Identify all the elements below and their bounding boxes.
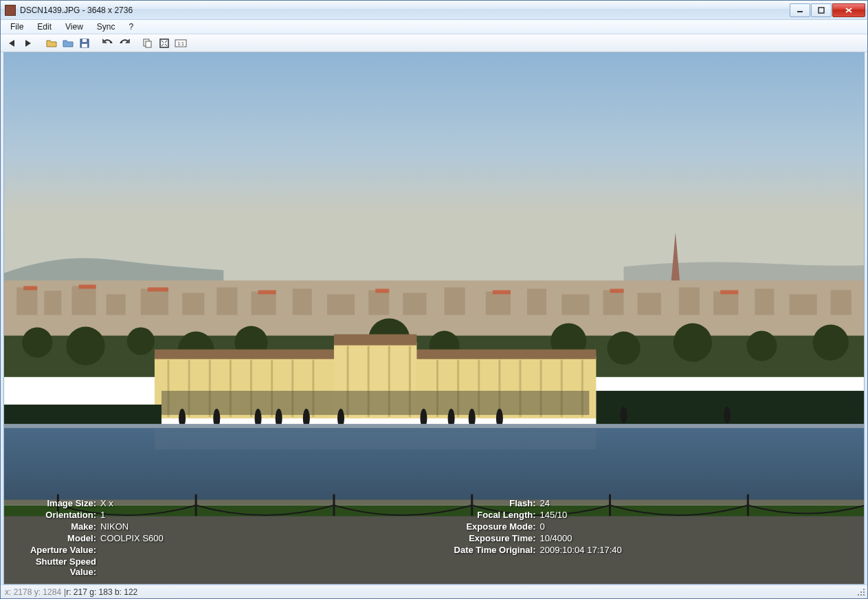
svg-point-60 bbox=[813, 325, 849, 361]
svg-rect-17 bbox=[16, 287, 37, 315]
minimize-icon bbox=[797, 7, 803, 14]
svg-rect-28 bbox=[403, 293, 426, 315]
close-icon bbox=[845, 7, 853, 14]
svg-rect-118 bbox=[863, 594, 865, 596]
maximize-button[interactable] bbox=[811, 3, 832, 17]
svg-rect-24 bbox=[251, 291, 276, 315]
menubar: File Edit View Sync ? bbox=[1, 20, 867, 34]
window-title: DSCN1439.JPG - 3648 x 2736 bbox=[20, 5, 133, 15]
app-icon bbox=[5, 5, 16, 16]
svg-point-98 bbox=[621, 407, 627, 423]
resize-grip-icon[interactable] bbox=[858, 589, 866, 597]
svg-rect-7 bbox=[82, 39, 87, 42]
status-coords: x: 2178 y: 1284 bbox=[5, 587, 61, 597]
svg-point-59 bbox=[746, 331, 777, 361]
menu-edit[interactable]: Edit bbox=[30, 21, 58, 33]
svg-rect-116 bbox=[858, 594, 859, 596]
close-button[interactable] bbox=[832, 3, 865, 17]
svg-marker-4 bbox=[9, 40, 14, 47]
image-viewport[interactable]: Image Size:X xOrientation:1Make:NIKONMod… bbox=[3, 52, 865, 585]
svg-rect-1 bbox=[819, 8, 824, 13]
svg-rect-85 bbox=[162, 391, 589, 415]
svg-rect-25 bbox=[293, 289, 312, 315]
statusbar: x: 2178 y: 1284 | r: 217 g: 183 b: 122 bbox=[1, 585, 867, 598]
svg-rect-46 bbox=[610, 289, 623, 293]
svg-rect-22 bbox=[182, 293, 204, 315]
svg-rect-101 bbox=[4, 424, 864, 428]
actual-size-button[interactable]: 1:1 bbox=[174, 36, 188, 50]
svg-rect-44 bbox=[375, 289, 389, 293]
svg-rect-41 bbox=[78, 284, 96, 289]
svg-rect-19 bbox=[71, 286, 96, 315]
arrow-right-icon bbox=[23, 38, 33, 48]
undo-button[interactable] bbox=[101, 36, 115, 50]
svg-rect-113 bbox=[863, 589, 865, 590]
toolbar: 1:1 bbox=[1, 34, 867, 52]
menu-help[interactable]: ? bbox=[122, 21, 141, 33]
next-button[interactable] bbox=[21, 36, 35, 50]
redo-icon bbox=[119, 38, 130, 48]
app-window: DSCN1439.JPG - 3648 x 2736 File Edit Vie… bbox=[0, 0, 868, 599]
svg-rect-115 bbox=[863, 591, 865, 593]
svg-rect-102 bbox=[155, 429, 596, 449]
window-controls bbox=[790, 3, 866, 17]
svg-rect-35 bbox=[679, 287, 700, 315]
fullscreen-button[interactable] bbox=[157, 36, 171, 50]
svg-rect-20 bbox=[107, 294, 126, 315]
prev-button[interactable] bbox=[5, 36, 19, 50]
svg-text:1:1: 1:1 bbox=[177, 41, 184, 46]
svg-rect-103 bbox=[4, 500, 864, 506]
maximize-icon bbox=[818, 7, 825, 14]
svg-rect-10 bbox=[146, 41, 151, 47]
folder-open-icon bbox=[46, 38, 57, 48]
svg-point-51 bbox=[127, 328, 155, 355]
svg-rect-64 bbox=[334, 335, 416, 346]
svg-marker-5 bbox=[25, 40, 31, 47]
folder-icon bbox=[63, 38, 74, 48]
svg-point-57 bbox=[607, 332, 640, 365]
svg-rect-21 bbox=[141, 289, 168, 315]
photo-content bbox=[4, 53, 864, 584]
redo-button[interactable] bbox=[118, 36, 131, 50]
svg-rect-114 bbox=[860, 591, 862, 593]
one-to-one-icon: 1:1 bbox=[175, 38, 187, 48]
svg-rect-11 bbox=[160, 39, 168, 47]
svg-point-49 bbox=[22, 328, 52, 358]
open-file-button[interactable] bbox=[45, 36, 58, 50]
svg-point-50 bbox=[66, 327, 104, 365]
svg-rect-87 bbox=[4, 405, 162, 425]
svg-rect-32 bbox=[561, 294, 589, 315]
menu-sync[interactable]: Sync bbox=[90, 21, 122, 33]
svg-rect-29 bbox=[445, 287, 465, 315]
svg-rect-34 bbox=[638, 293, 661, 315]
svg-rect-112 bbox=[4, 517, 864, 584]
menu-file[interactable]: File bbox=[3, 21, 30, 33]
svg-rect-86 bbox=[596, 391, 864, 425]
copy-button[interactable] bbox=[141, 36, 155, 50]
save-button[interactable] bbox=[78, 36, 91, 50]
fullscreen-icon bbox=[159, 38, 169, 48]
svg-rect-27 bbox=[368, 290, 389, 315]
svg-rect-26 bbox=[327, 294, 355, 315]
menu-view[interactable]: View bbox=[58, 21, 90, 33]
svg-point-99 bbox=[724, 407, 731, 423]
svg-rect-42 bbox=[148, 287, 168, 291]
svg-rect-117 bbox=[860, 594, 862, 596]
browse-folder-button[interactable] bbox=[61, 36, 75, 50]
minimize-button[interactable] bbox=[790, 3, 810, 17]
svg-rect-36 bbox=[713, 291, 738, 315]
titlebar[interactable]: DSCN1439.JPG - 3648 x 2736 bbox=[1, 1, 867, 20]
status-rgb: r: 217 g: 183 b: 122 bbox=[66, 587, 137, 597]
svg-rect-40 bbox=[23, 286, 37, 290]
svg-rect-31 bbox=[527, 289, 546, 315]
svg-rect-38 bbox=[790, 294, 817, 315]
svg-rect-43 bbox=[258, 290, 276, 294]
svg-rect-30 bbox=[486, 291, 511, 315]
svg-rect-39 bbox=[831, 290, 852, 315]
svg-point-58 bbox=[674, 324, 712, 362]
save-icon bbox=[80, 38, 89, 48]
undo-icon bbox=[102, 38, 113, 48]
svg-rect-37 bbox=[755, 289, 774, 315]
copy-icon bbox=[143, 38, 153, 48]
svg-rect-8 bbox=[82, 44, 87, 47]
